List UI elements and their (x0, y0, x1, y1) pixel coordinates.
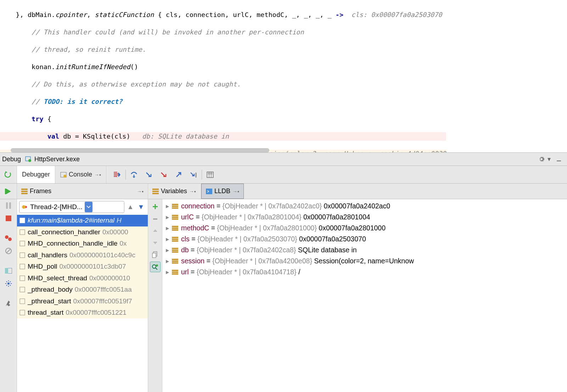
settings-icon[interactable] (4, 279, 13, 288)
svg-rect-44 (172, 229, 178, 231)
watch-down-icon[interactable] (150, 237, 161, 248)
show-execution-point-icon[interactable] (110, 169, 125, 180)
svg-rect-27 (20, 264, 25, 269)
remove-watch-icon[interactable] (150, 213, 161, 224)
frame-row[interactable]: MHD_poll 0x0000000101c3db07 (17, 261, 148, 273)
code-line: }, dbMain.cpointer, staticCFunction { cl… (0, 11, 446, 19)
tab-debugger[interactable]: Debugger (17, 166, 55, 183)
svg-rect-48 (172, 248, 178, 249)
svg-rect-29 (20, 287, 25, 292)
svg-rect-42 (172, 226, 178, 227)
pin-tool-icon[interactable] (4, 299, 13, 308)
svg-rect-33 (152, 253, 156, 258)
frames-list[interactable]: kfun:main$lambda-2#internal H call_conne… (17, 215, 148, 392)
frame-row[interactable]: call_connection_handler 0x00000 (17, 226, 148, 238)
svg-point-1 (28, 159, 31, 162)
minimize-icon[interactable] (555, 155, 563, 163)
debug-left-toolbar (0, 199, 17, 392)
force-step-into-icon[interactable] (156, 169, 171, 180)
variable-row[interactable]: ▶methodC = {ObjHeader * | 0x7fa0a2801000… (162, 223, 567, 234)
variable-row[interactable]: ▶session = {ObjHeader * | 0x7fa0a4200e08… (162, 256, 567, 267)
run-config-icon (24, 155, 32, 163)
variables-icon (152, 189, 159, 194)
show-watches-icon[interactable] (150, 262, 161, 272)
gear-icon[interactable] (538, 155, 545, 163)
pin-icon[interactable]: →▪ (137, 189, 144, 194)
pause-icon[interactable] (4, 201, 13, 210)
svg-rect-6 (21, 189, 28, 190)
variable-row[interactable]: ▶cls = {ObjHeader * | 0x7fa0a2503070} 0x… (162, 234, 567, 245)
run-to-cursor-icon[interactable] (186, 169, 201, 180)
frame-row[interactable]: call_handlers 0x0000000101c40c9c (17, 250, 148, 261)
dropdown-icon[interactable] (85, 202, 92, 212)
frame-icon (19, 217, 26, 224)
frame-up-icon[interactable]: ▲ (126, 202, 135, 212)
thread-selector[interactable]: Thread-2-[MHD... (19, 201, 124, 213)
svg-rect-11 (152, 193, 159, 194)
tab-console[interactable]: Console →▪ (55, 166, 106, 183)
thread-icon (22, 204, 28, 210)
svg-rect-26 (20, 253, 25, 258)
code-line: // TODO: is it correct? (0, 97, 446, 106)
subtab-frames[interactable]: Frames →▪ (17, 184, 148, 199)
svg-rect-52 (172, 261, 178, 262)
pin-icon[interactable]: →▪ (94, 172, 101, 178)
variable-row[interactable]: ▶urlC = {ObjHeader * | 0x7fa0a2801004} 0… (162, 212, 567, 223)
resume-icon[interactable] (4, 187, 13, 196)
svg-rect-46 (172, 239, 178, 240)
rerun-icon[interactable] (4, 170, 13, 179)
svg-rect-4 (207, 172, 213, 178)
svg-rect-7 (21, 191, 28, 192)
pin-icon[interactable]: →▪ (232, 189, 239, 194)
svg-rect-9 (152, 189, 159, 190)
layout-icon[interactable] (4, 267, 13, 275)
mute-breakpoints-icon[interactable] (4, 247, 13, 255)
evaluate-expression-icon[interactable] (203, 169, 218, 180)
frames-panel: Thread-2-[MHD... ▲ ▼ kfun:main$lambda-2#… (17, 199, 148, 392)
frame-down-icon[interactable]: ▼ (136, 202, 146, 212)
svg-rect-8 (21, 193, 28, 194)
subtab-variables[interactable]: Variables →▪ (148, 184, 201, 199)
svg-rect-24 (20, 230, 25, 235)
svg-rect-51 (172, 259, 178, 260)
variables-panel[interactable]: ▶connection = {ObjHeader * | 0x7fa0a2402… (162, 199, 567, 392)
step-over-icon[interactable] (127, 169, 141, 180)
variable-row[interactable]: ▶connection = {ObjHeader * | 0x7fa0a2402… (162, 201, 567, 212)
svg-rect-39 (172, 215, 178, 216)
step-out-icon[interactable] (171, 169, 186, 180)
watch-up-icon[interactable] (150, 225, 161, 236)
variable-row[interactable]: ▶db = {ObjHeader * | 0x7fa0a2402ca8} SQL… (162, 245, 567, 256)
step-into-icon[interactable] (141, 169, 156, 180)
frame-row[interactable]: MHD_select_thread 0x000000010 (17, 273, 148, 284)
debugger-toolbar: Debugger Console →▪ (0, 166, 567, 184)
svg-rect-54 (172, 270, 178, 271)
horizontal-scrollbar[interactable] (11, 148, 269, 152)
code-editor[interactable]: }, dbMain.cpointer, staticCFunction { cl… (0, 0, 567, 152)
svg-rect-41 (172, 218, 178, 220)
add-watch-icon[interactable] (150, 201, 161, 212)
copy-icon[interactable] (150, 250, 161, 260)
svg-point-22 (22, 205, 26, 209)
svg-rect-14 (9, 202, 11, 209)
svg-rect-49 (172, 250, 178, 251)
svg-rect-45 (172, 237, 178, 238)
stop-icon[interactable] (4, 214, 13, 223)
frame-row[interactable]: _pthread_body 0x00007fffc0051aa (17, 284, 148, 296)
frame-row[interactable]: _pthread_start 0x00007fffc00519f7 (17, 296, 148, 307)
frame-row[interactable]: kfun:main$lambda-2#internal H (17, 215, 148, 226)
view-breakpoints-icon[interactable] (4, 234, 13, 242)
pin-icon[interactable]: →▪ (189, 189, 196, 194)
code-line: try { (0, 115, 446, 124)
code-comment: // This handler could (and will) be invo… (0, 28, 304, 36)
frame-row[interactable]: thread_start 0x00007fffc0051221 (17, 307, 148, 319)
code-comment: // thread, so reinit runtime. (0, 46, 146, 53)
svg-point-35 (156, 264, 158, 267)
expand-icon[interactable]: ▶ (166, 204, 169, 209)
frame-row[interactable]: MHD_connection_handle_idle 0x (17, 238, 148, 250)
svg-rect-15 (6, 215, 11, 221)
svg-point-34 (152, 265, 156, 268)
frames-icon (21, 189, 28, 194)
subtab-lldb[interactable]: LLDB →▪ (201, 184, 244, 199)
svg-rect-13 (6, 202, 8, 209)
variable-row[interactable]: ▶url = {ObjHeader * | 0x7fa0a4104718} / (162, 267, 567, 278)
